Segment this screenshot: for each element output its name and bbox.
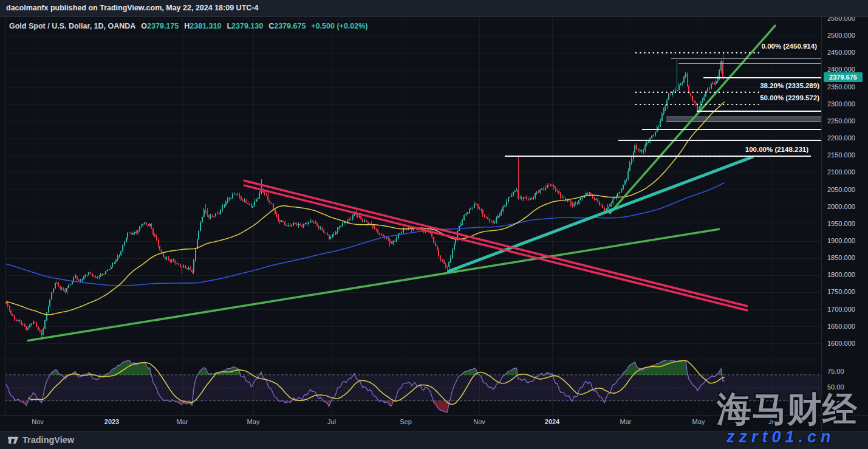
price-axis-label: 2150.000 [827, 151, 855, 159]
ohlc-close: C2379.675 [268, 22, 306, 30]
price-axis-label: 2450.000 [827, 49, 855, 56]
last-price-badge: 2379.675 [824, 72, 863, 82]
publish-header: dacolmanfx published on TradingView.com,… [0, 0, 868, 17]
change-value: +0.500 (+0.02%) [311, 22, 367, 30]
time-axis-label: Mar [177, 418, 188, 425]
trendline-channel-pink-upper[interactable] [244, 180, 748, 306]
price-axis-label: 1750.000 [827, 288, 855, 295]
price-axis-label: 2300.000 [827, 100, 855, 108]
ohlc-high: H2381.310 [184, 22, 221, 30]
price-axis-label: 2050.000 [827, 186, 855, 193]
price-chart-canvas[interactable] [0, 0, 868, 449]
candles-layer[interactable] [5, 53, 725, 338]
time-axis-label: May [692, 418, 705, 425]
publish-info: dacolmanfx published on TradingView.com,… [6, 0, 258, 16]
time-axis-label: Sep [400, 418, 412, 425]
tradingview-logo-icon [7, 434, 19, 445]
price-axis-label: 1650.000 [827, 323, 855, 330]
price-axis-label: 1600.000 [827, 340, 855, 347]
ohlc-low: L2379.130 [227, 22, 263, 30]
symbol-legend[interactable]: Gold Spot / U.S. Dollar, 1D, OANDA O2379… [9, 22, 367, 30]
grid-layer [5, 17, 821, 415]
time-axis-label: Jul [327, 418, 336, 425]
tradingview-wordmark: TradingView [22, 435, 74, 445]
fib-level-label: 0.00% (2450.914) [762, 43, 817, 50]
price-axis-label: 1900.000 [827, 237, 855, 244]
time-axis-label: Nov [32, 418, 44, 425]
supply-zone[interactable] [666, 117, 821, 122]
trendline-teal[interactable] [448, 157, 753, 272]
rsi-overbought-fill [6, 360, 725, 375]
price-axis-label: 2250.000 [827, 117, 855, 125]
price-axis-label: 2100.000 [827, 168, 855, 176]
time-axis-label: 2023 [104, 418, 119, 425]
price-axis-label: 2500.000 [827, 32, 855, 39]
time-axis-label: May [247, 418, 260, 425]
watermark-cn: 海马财经 [717, 386, 858, 433]
ohlc-open: O2379.175 [141, 22, 179, 30]
fib-level-label: 50.00% (2299.572) [760, 94, 819, 101]
price-axis-label: 1850.000 [827, 254, 855, 261]
price-axis-label: 1800.000 [827, 271, 855, 278]
time-axis-label: 2024 [545, 418, 559, 425]
fib-level-label: 100.00% (2148.231) [745, 146, 808, 153]
time-axis-label: Nov [473, 418, 485, 425]
watermark-url: zzrt01.cn [726, 428, 835, 447]
fib-level-label: 38.20% (2335.289) [760, 82, 819, 89]
tradingview-brand[interactable]: TradingView [7, 434, 74, 445]
rsi-axis-label: 75.00 [827, 368, 844, 375]
rsi-oversold-fill [6, 401, 725, 413]
time-axis-label: Mar [620, 418, 632, 425]
price-axis-label: 1700.000 [827, 306, 855, 313]
price-axis-label: 2200.000 [827, 134, 855, 142]
price-axis-label: 2000.000 [827, 203, 855, 210]
symbol-title[interactable]: Gold Spot / U.S. Dollar, 1D, OANDA [9, 22, 135, 30]
price-axis-label: 1950.000 [827, 220, 855, 227]
price-axis-label: 2350.000 [827, 83, 855, 91]
